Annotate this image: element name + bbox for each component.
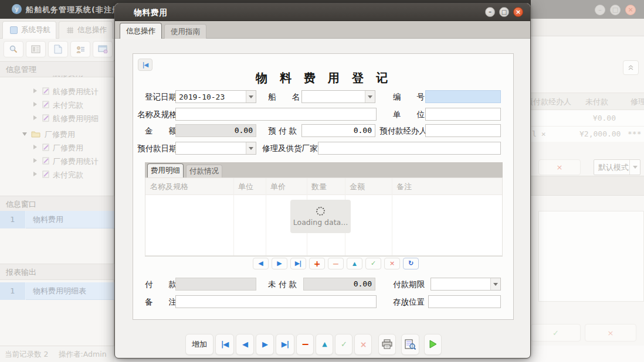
tab-payment-status[interactable]: 付款情况 (186, 165, 222, 177)
detail-grid: 名称及规格 单位 单价 数量 金额 备注 Loading data... (145, 177, 503, 256)
tree-folder[interactable]: 厂修费用 (0, 128, 114, 141)
close-icon[interactable]: × (625, 5, 636, 15)
dropdown-arrow[interactable] (246, 142, 256, 154)
background-close-button[interactable]: × (585, 324, 636, 341)
grid-last-button[interactable]: ▶| (290, 258, 306, 269)
chevron-right-icon[interactable] (33, 158, 37, 163)
chevron-right-icon[interactable] (33, 145, 37, 149)
mode-select[interactable]: 默认模式 (594, 159, 640, 175)
tree-item[interactable]: 厂修费用统计 (0, 155, 114, 168)
unpaid-value: ¥2,000.00 (579, 129, 621, 138)
chevron-right-icon[interactable] (33, 115, 37, 120)
section-info-management[interactable]: 信息管理 (0, 61, 114, 77)
unit-field[interactable] (425, 108, 501, 121)
minimize-icon[interactable]: – (485, 7, 495, 17)
delete-button[interactable]: − (296, 334, 314, 355)
tab-label: 系统导航 (21, 25, 50, 35)
dropdown-arrow[interactable] (246, 91, 256, 103)
cancel-button[interactable]: × (354, 334, 372, 355)
last-icon: ▶| (295, 259, 301, 267)
maximize-icon[interactable]: □ (610, 5, 621, 15)
tree-item-partial[interactable]: 航修费用 (0, 76, 114, 81)
grid-prev-button[interactable]: ◀ (253, 258, 269, 269)
grid-cancel-button[interactable]: × (384, 258, 400, 269)
dropdown-arrow[interactable] (365, 91, 375, 103)
add-button[interactable]: 增加 (185, 334, 213, 355)
tab-info-operation[interactable]: 信息操作 (59, 21, 113, 39)
unpaid-label: 未 付 款 (268, 278, 297, 291)
last-button[interactable]: ▶| (276, 334, 294, 355)
storage-field[interactable] (428, 295, 501, 308)
tree-item[interactable]: 未付完款 (0, 168, 114, 181)
background-cancel-button[interactable]: × (538, 159, 581, 175)
grid-add-button[interactable]: + (309, 258, 325, 269)
section-report-output[interactable]: 报表输出 (0, 264, 114, 280)
tab-info-operation[interactable]: 信息操作 (120, 23, 162, 39)
search-button[interactable] (4, 41, 23, 57)
print-preview-icon (405, 339, 416, 350)
dropdown-arrow[interactable] (490, 278, 500, 290)
prepaid-agent-field[interactable] (425, 124, 501, 137)
grid-post-button[interactable]: ✓ (365, 258, 381, 269)
background-table-row[interactable]: l × ¥2,000.00 *** (531, 127, 644, 142)
tree-item[interactable]: 未付完款 (0, 98, 114, 111)
grid-next-button[interactable]: ▶ (272, 258, 287, 269)
tab-user-guide[interactable]: 使用指南 (164, 24, 206, 39)
tree-item[interactable]: 厂修费用 (0, 141, 114, 154)
item-label: 物料费用明细表 (33, 282, 86, 300)
preview-button[interactable] (401, 334, 419, 355)
remark-field[interactable] (175, 295, 377, 308)
prepaid-date-select[interactable] (175, 142, 256, 155)
tab-system-nav[interactable]: 系统导航 (2, 21, 56, 39)
next-icon: ▶ (277, 259, 281, 267)
dropdown-arrow[interactable] (629, 160, 640, 175)
next-button[interactable]: ▶ (256, 334, 274, 355)
window-button[interactable] (93, 41, 113, 57)
operator-button[interactable] (70, 41, 90, 57)
note-icon (42, 87, 50, 95)
grid-delete-button[interactable]: − (328, 258, 344, 269)
run-button[interactable] (424, 334, 442, 355)
chevron-down-icon[interactable] (22, 132, 27, 136)
first-icon: |◀ (221, 340, 229, 349)
edit-button[interactable]: ▲ (316, 334, 333, 355)
first-record-icon[interactable]: |◀ (138, 59, 152, 71)
minimize-icon[interactable]: – (595, 5, 605, 15)
reg-date-select[interactable]: 2019-10-23 (175, 90, 256, 103)
tab-cost-detail[interactable]: 费用明细 (147, 163, 184, 177)
tree-item[interactable]: 航修费用统计 (0, 85, 114, 98)
number-field[interactable] (425, 90, 501, 103)
collapse-button[interactable] (623, 60, 639, 75)
background-table-row[interactable]: ¥0.00 (531, 110, 644, 127)
document-button[interactable] (48, 41, 68, 57)
maximize-icon[interactable]: □ (499, 7, 509, 17)
grid-refresh-button[interactable]: ↻ (403, 258, 419, 269)
prepaid-field[interactable]: 0.00 (301, 124, 375, 137)
grid-edit-button[interactable]: ▲ (347, 258, 362, 269)
first-button[interactable]: |◀ (215, 334, 234, 355)
pay-term-select[interactable] (431, 278, 501, 291)
record-count: 当前记录数 2 (5, 350, 48, 360)
chevron-right-icon[interactable] (33, 88, 37, 93)
save-button[interactable]: ✓ (335, 334, 352, 355)
background-ok-button[interactable]: ✓ (531, 324, 581, 341)
ship-select[interactable] (301, 90, 375, 103)
section-info-window[interactable]: 信息窗口 (0, 196, 114, 212)
item-number: 1 (0, 282, 26, 300)
chevron-right-icon[interactable] (33, 172, 37, 176)
supplier-field[interactable] (318, 142, 501, 155)
close-icon[interactable]: × (513, 7, 523, 17)
print-button[interactable] (378, 334, 396, 355)
tree-item[interactable]: 航修费用明细 (0, 112, 114, 125)
card-view-button[interactable] (26, 41, 46, 57)
report-item[interactable]: 1 物料费用明细表 (0, 282, 114, 300)
prev-button[interactable]: ◀ (236, 334, 254, 355)
dialog-titlebar[interactable]: 物料费用 – □ × (115, 4, 530, 21)
form-title: 物 料 费 用 登 记 (133, 70, 514, 86)
cell-partial: l × (532, 129, 545, 138)
chevron-right-icon[interactable] (33, 102, 37, 107)
info-window-item[interactable]: 1 物料费用 (0, 211, 114, 228)
name-spec-field[interactable] (175, 108, 377, 121)
note-icon (42, 114, 50, 122)
pay-term-label: 付款期限 (393, 278, 425, 291)
